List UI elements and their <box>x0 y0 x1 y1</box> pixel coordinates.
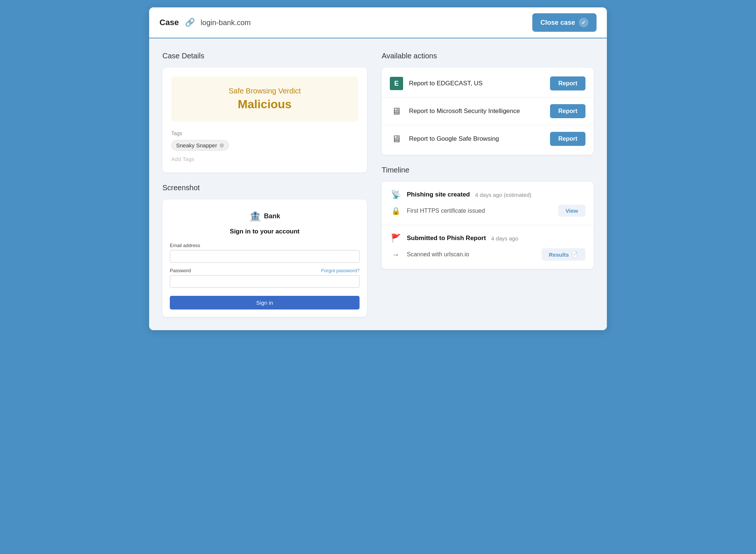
actions-card: E Report to EDGECAST, US Report 🖥 Report… <box>382 68 594 155</box>
available-actions-title: Available actions <box>382 52 594 60</box>
bank-icon: 🏦 <box>249 211 261 222</box>
urlscan-label: Scanned with urlscan.io <box>407 251 536 258</box>
action-row-microsoft: 🖥 Report to Microsoft Security Intellige… <box>382 98 594 125</box>
tag-chip-sneaky-snapper[interactable]: Sneaky Snapper ⊗ <box>171 140 229 151</box>
edgecast-icon: E <box>390 77 403 90</box>
screenshot-card: 🏦 Bank Sign in to your account Email add… <box>162 199 367 317</box>
link-icon: 🔗 <box>185 18 195 27</box>
timeline-card: 📡 Phishing site created 4 days ago (esti… <box>382 182 594 269</box>
timeline-section-phishing: 📡 Phishing site created 4 days ago (esti… <box>382 182 594 225</box>
screenshot-title: Screenshot <box>162 184 367 192</box>
forgot-password-link[interactable]: Forgot password? <box>321 268 360 273</box>
email-input[interactable] <box>170 250 360 263</box>
results-button[interactable]: Results 📄 <box>542 248 585 261</box>
report-google-button[interactable]: Report <box>550 132 585 146</box>
sign-in-button[interactable]: Sign in <box>170 296 360 310</box>
timeline-section-phishreport: 🚩 Submitted to Phish Report 4 days ago →… <box>382 225 594 269</box>
case-details-title: Case Details <box>162 52 367 60</box>
screenshot-inner: 🏦 Bank Sign in to your account Email add… <box>162 199 367 317</box>
phishing-main-label: Phishing site created <box>407 191 470 198</box>
report-microsoft-button[interactable]: Report <box>550 104 585 118</box>
email-label: Email address <box>170 243 360 248</box>
microsoft-label: Report to Microsoft Security Intelligenc… <box>409 107 544 115</box>
google-label: Report to Google Safe Browsing <box>409 135 544 143</box>
verdict-label: Safe Browsing Verdict <box>179 87 351 95</box>
case-details-card: Safe Browsing Verdict Malicious Tags Sne… <box>162 68 367 172</box>
edgecast-label: Report to EDGECAST, US <box>409 80 544 87</box>
action-row-edgecast: E Report to EDGECAST, US Report <box>382 70 594 98</box>
header: Case 🔗 login-bank.com Close case ✓ <box>149 7 607 38</box>
timeline-phishreport-main-row: 🚩 Submitted to Phish Report 4 days ago <box>390 233 585 243</box>
phishing-main-time: 4 days ago (estimated) <box>475 192 532 198</box>
results-doc-icon: 📄 <box>571 251 578 258</box>
email-form-group: Email address <box>170 243 360 263</box>
bank-name: Bank <box>264 212 280 220</box>
https-cert-label: First HTTPS certificate issued <box>407 208 553 214</box>
right-column: Available actions E Report to EDGECAST, … <box>378 52 594 317</box>
wifi-icon: 📡 <box>390 190 402 199</box>
close-case-button[interactable]: Close case ✓ <box>532 13 597 32</box>
password-label-row: Password Forgot password? <box>170 268 360 273</box>
content-area: Case Details Safe Browsing Verdict Malic… <box>149 38 607 330</box>
phishreport-main-label: Submitted to Phish Report <box>407 235 486 242</box>
tag-name: Sneaky Snapper <box>176 142 217 148</box>
verdict-box: Safe Browsing Verdict Malicious <box>171 76 358 122</box>
password-label: Password <box>170 268 191 273</box>
report-edgecast-button[interactable]: Report <box>550 76 585 90</box>
tags-label: Tags <box>171 130 358 136</box>
header-url: login-bank.com <box>201 18 526 27</box>
check-icon: ✓ <box>579 18 588 27</box>
cert-icon: 🔒 <box>390 206 402 215</box>
screenshot-section: Screenshot 🏦 Bank Sign in to your accoun… <box>162 184 367 317</box>
tag-remove-icon[interactable]: ⊗ <box>219 143 224 148</box>
verdict-value: Malicious <box>179 98 351 111</box>
results-label: Results <box>549 252 569 258</box>
timeline-phishing-main-row: 📡 Phishing site created 4 days ago (esti… <box>390 190 585 199</box>
close-case-label: Close case <box>540 19 575 27</box>
microsoft-icon: 🖥 <box>392 106 401 117</box>
microsoft-icon-wrapper: 🖥 <box>390 105 403 118</box>
password-form-group: Password Forgot password? <box>170 268 360 288</box>
sign-in-title: Sign in to your account <box>230 228 300 235</box>
bank-logo: 🏦 Bank <box>249 211 280 222</box>
left-column: Case Details Safe Browsing Verdict Malic… <box>162 52 378 317</box>
tags-section: Tags Sneaky Snapper ⊗ Add Tags <box>171 130 358 164</box>
edgecast-icon-wrapper: E <box>390 77 403 90</box>
timeline-phishing-sub-row: 🔒 First HTTPS certificate issued View <box>390 205 585 217</box>
timeline-phishreport-sub-row: → Scanned with urlscan.io Results 📄 <box>390 248 585 261</box>
google-icon-wrapper: 🖥 <box>390 132 403 146</box>
tags-row: Sneaky Snapper ⊗ <box>171 140 358 151</box>
phishreport-main-time: 4 days ago <box>491 235 518 242</box>
password-input[interactable] <box>170 275 360 288</box>
flag-icon: 🚩 <box>390 233 402 243</box>
arrow-icon: → <box>390 250 402 259</box>
timeline-title: Timeline <box>382 166 594 174</box>
view-cert-button[interactable]: View <box>558 205 585 217</box>
case-label: Case <box>159 18 179 27</box>
action-row-google: 🖥 Report to Google Safe Browsing Report <box>382 125 594 153</box>
google-icon: 🖥 <box>392 133 401 145</box>
add-tags-input[interactable]: Add Tags <box>171 154 358 164</box>
